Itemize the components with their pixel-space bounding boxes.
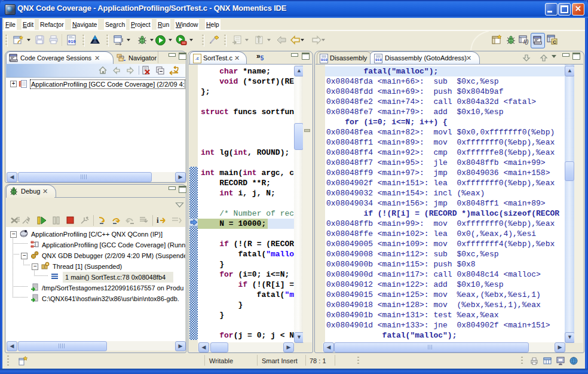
svg-text:010: 010 (68, 39, 76, 44)
svg-text:f(): f() (523, 39, 529, 45)
svg-text:C: C (553, 39, 556, 45)
